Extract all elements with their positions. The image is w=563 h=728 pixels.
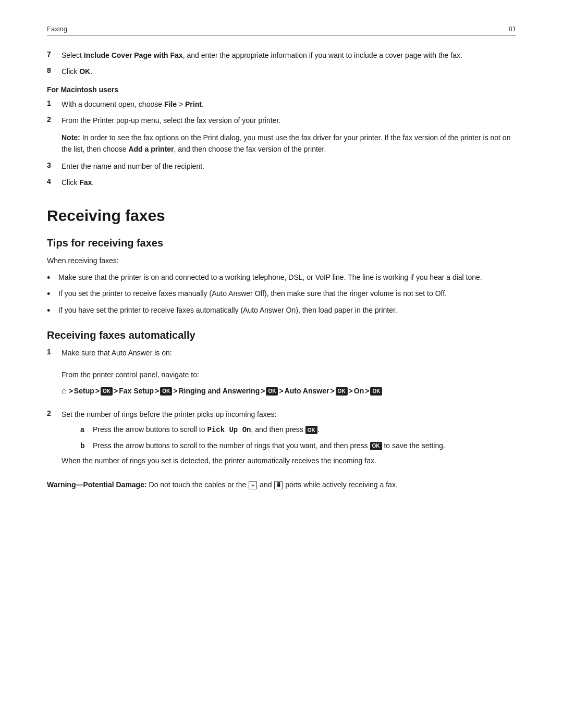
ok-button-2: OK xyxy=(160,387,172,396)
auto-step-2: 2 Set the number of rings before the pri… xyxy=(47,409,516,472)
mac-step-3: 3 Enter the name and number of the recip… xyxy=(47,161,516,172)
tip-2-text: If you set the printer to receive faxes … xyxy=(58,288,447,300)
note-label: Note: xyxy=(62,133,80,142)
note-box: Note: In order to see the fax options on… xyxy=(62,132,516,155)
step-8-number: 8 xyxy=(47,66,62,77)
alpha-b-content: Press the arrow buttons to scroll to the… xyxy=(93,440,516,452)
alpha-list: a Press the arrow buttons to scroll to P… xyxy=(80,424,516,451)
list-item: • If you set the printer to receive faxe… xyxy=(47,288,516,300)
pick-up-on-text: Pick Up On xyxy=(207,426,251,434)
mac-step-4-number: 4 xyxy=(47,177,62,188)
nav-path: ⌂ > Setup > OK > Fax Setup > OK > Ringin… xyxy=(62,384,516,399)
list-item: • Make sure that the printer is on and c… xyxy=(47,272,516,284)
step-7-content: Select Include Cover Page with Fax, and … xyxy=(62,50,516,61)
bullet-icon: • xyxy=(47,272,56,284)
alpha-b-label: b xyxy=(80,440,93,452)
home-icon: ⌂ xyxy=(62,384,67,399)
ok-button-4: OK xyxy=(336,387,348,396)
mac-step-1: 1 With a document open, choose File > Pr… xyxy=(47,99,516,110)
mac-step-3-content: Enter the name and number of the recipie… xyxy=(62,161,516,172)
ok-button-3: OK xyxy=(266,387,278,396)
mac-step-2: 2 From the Printer pop-up menu, select t… xyxy=(47,115,516,126)
step-8-content: Click OK. xyxy=(62,66,516,77)
auto-step-1-number: 1 xyxy=(47,348,62,404)
receiving-faxes-title: Receiving faxes xyxy=(47,207,516,225)
tips-intro: When receiving faxes: xyxy=(47,255,516,267)
ok-button-inline-a: OK xyxy=(305,426,317,434)
ok-button-1: OK xyxy=(101,387,113,396)
header-page-number: 81 xyxy=(509,25,516,33)
ok-button-inline-b: OK xyxy=(370,442,382,450)
step-7-bold: Include Cover Page with Fax xyxy=(84,51,183,59)
bullet-icon: • xyxy=(47,305,56,317)
note-add-printer: Add a printer xyxy=(128,145,174,153)
tips-title: Tips for receiving faxes xyxy=(47,237,516,249)
bullet-icon: • xyxy=(47,288,56,300)
auto-when-text: When the number of rings you set is dete… xyxy=(62,455,516,467)
header-section-label: Faxing xyxy=(47,25,67,33)
mac-users-heading: For Macintosh users xyxy=(47,85,516,94)
step-7: 7 Select Include Cover Page with Fax, an… xyxy=(47,50,516,61)
mac-step-4-content: Click Fax. xyxy=(62,177,516,188)
mac-step-2-number: 2 xyxy=(47,115,62,126)
alpha-a-label: a xyxy=(80,424,93,436)
page-container: Faxing 81 7 Select Include Cover Page wi… xyxy=(0,0,563,522)
auto-step-2-number: 2 xyxy=(47,409,62,472)
port-icon-2: 📱 xyxy=(274,481,283,489)
list-item: • If you have set the printer to receive… xyxy=(47,305,516,317)
mac-step-2-content: From the Printer pop-up menu, select the… xyxy=(62,115,516,126)
port-icon-1: + xyxy=(249,481,257,489)
step-8-bold: OK xyxy=(79,67,90,76)
auto-step-1: 1 Make sure that Auto Answer is on: From… xyxy=(47,348,516,404)
tip-3-text: If you have set the printer to receive f… xyxy=(58,305,397,316)
alpha-item-a: a Press the arrow buttons to scroll to P… xyxy=(80,424,516,436)
tip-1-text: Make sure that the printer is on and con… xyxy=(58,272,482,283)
alpha-item-b: b Press the arrow buttons to scroll to t… xyxy=(80,440,516,452)
mac-step-4: 4 Click Fax. xyxy=(47,177,516,188)
ok-button-5: OK xyxy=(370,387,382,396)
warning-box: Warning—Potential Damage: Do not touch t… xyxy=(47,479,516,491)
auto-fax-title: Receiving faxes automatically xyxy=(47,329,516,341)
page-header: Faxing 81 xyxy=(47,25,516,35)
step-7-number: 7 xyxy=(47,50,62,61)
mac-step-3-number: 3 xyxy=(47,161,62,172)
auto-step-1-content: Make sure that Auto Answer is on: From t… xyxy=(62,348,516,404)
step-8: 8 Click OK. xyxy=(47,66,516,77)
auto-step-2-content: Set the number of rings before the print… xyxy=(62,409,516,472)
warning-label: Warning—Potential Damage: xyxy=(47,480,147,489)
alpha-a-content: Press the arrow buttons to scroll to Pic… xyxy=(93,424,516,436)
tips-list: • Make sure that the printer is on and c… xyxy=(47,272,516,317)
mac-step-1-number: 1 xyxy=(47,99,62,110)
mac-step-1-content: With a document open, choose File > Prin… xyxy=(62,99,516,110)
